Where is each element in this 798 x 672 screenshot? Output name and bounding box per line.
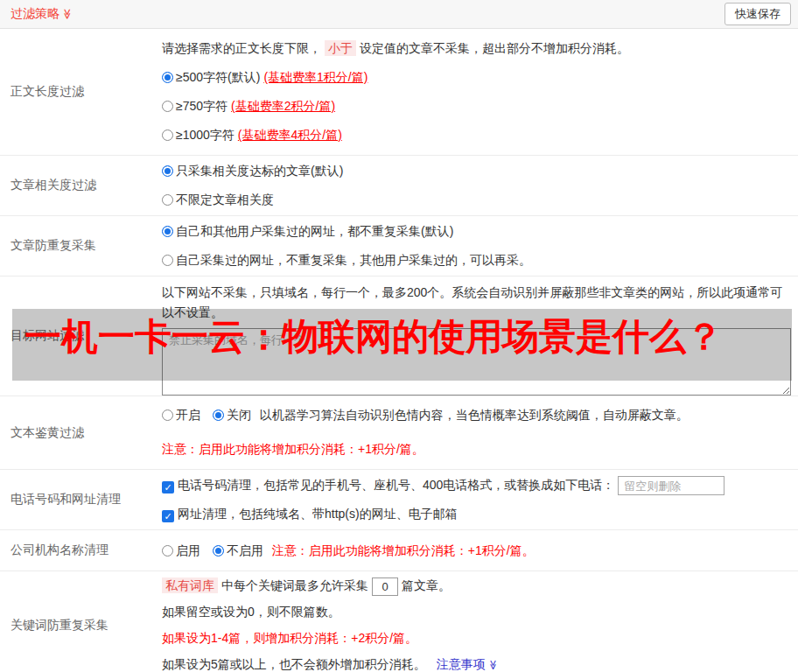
porn-filter-options: 开启 关闭 以机器学习算法自动识别色情内容，当色情概率达到系统阈值，自动屏蔽文章… <box>162 401 791 430</box>
company-clean-note: 注意：启用此功能将增加积分消耗：+1积分/篇。 <box>272 543 535 557</box>
row-body-length-filter: 正文长度过滤 请选择需求的正文长度下限，小于设定值的文章不采集，超出部分不增加积… <box>0 29 798 156</box>
option-porn-off[interactable]: 关闭 <box>213 408 251 422</box>
radio-dedup-self-only[interactable] <box>162 255 173 266</box>
row-dedup-filter: 文章防重复采集 自己和其他用户采集过的网址，都不重复采集(默认) 自己采集过的网… <box>0 216 798 276</box>
option-min-500[interactable]: ≥500字符(默认)(基础费率1积分/篇) <box>162 63 791 92</box>
row-porn-filter: 文本鉴黄过滤 开启 关闭 以机器学习算法自动识别色情内容，当色情概率达到系统阈值… <box>0 396 798 470</box>
radio-min-500[interactable] <box>162 72 173 83</box>
quick-save-button[interactable]: 快速保存 <box>724 3 791 25</box>
dedup-label: 文章防重复采集 <box>0 216 162 276</box>
radio-relevance-any[interactable] <box>162 194 173 206</box>
option-min-1000[interactable]: ≥1000字符(基础费率4积分/篇) <box>162 121 791 150</box>
radio-dedup-all-users[interactable] <box>162 226 173 237</box>
radio-porn-on[interactable] <box>162 410 173 421</box>
option-company-on[interactable]: 启用 <box>162 543 200 557</box>
row-keyword-dedup: 关键词防重复采集 私有词库中每个关键词最多允许采集篇文章。 如果留空或设为0，则… <box>0 571 798 672</box>
radio-min-1000[interactable] <box>162 130 173 141</box>
option-relevance-match[interactable]: 只采集相关度达标的文章(默认) <box>162 157 791 186</box>
keyword-dedup-label: 关键词防重复采集 <box>0 571 162 672</box>
row-company-clean: 公司机构名称清理 启用 不启用 注意：启用此功能将增加积分消耗：+1积分/篇。 <box>0 530 798 571</box>
relevance-label: 文章相关度过滤 <box>0 156 162 215</box>
target-site-label: 目标网站过滤 <box>0 276 162 396</box>
radio-company-off[interactable] <box>213 545 224 556</box>
option-relevance-any[interactable]: 不限定文章相关度 <box>162 186 791 214</box>
radio-company-on[interactable] <box>162 545 173 556</box>
filter-strategy-title[interactable]: 过滤策略≫ <box>10 6 74 22</box>
body-length-label: 正文长度过滤 <box>0 29 162 155</box>
keyword-limit-line: 私有词库中每个关键词最多允许采集篇文章。 <box>162 572 791 598</box>
option-phone-clean[interactable]: ✓电话号码清理，包括常见的手机号、座机号、400电话格式，或替换成如下电话： <box>162 471 791 500</box>
option-company-off[interactable]: 不启用 <box>213 543 263 557</box>
company-clean-options: 启用 不启用 注意：启用此功能将增加积分消耗：+1积分/篇。 <box>162 536 791 565</box>
fee-note-1000: (基础费率4积分/篇) <box>238 128 342 142</box>
keyword-note-zero: 如果留空或设为0，则不限篇数。 <box>162 598 791 625</box>
fee-note-750: (基础费率2积分/篇) <box>231 99 335 113</box>
option-url-clean[interactable]: ✓网址清理，包括纯域名、带http(s)的网址、电子邮箱 <box>162 500 791 528</box>
checkbox-url-clean[interactable]: ✓ <box>162 510 174 522</box>
fee-note-500: (基础费率1积分/篇) <box>263 70 368 84</box>
filter-strategy-label: 过滤策略 <box>10 6 60 20</box>
keyword-limit-input[interactable] <box>372 578 398 596</box>
company-clean-label: 公司机构名称清理 <box>0 530 162 570</box>
option-min-750[interactable]: ≥750字符(基础费率2积分/篇) <box>162 92 791 121</box>
keyword-note-fee: 如果设为1-4篇，则增加积分消耗：+2积分/篇。 <box>162 625 791 651</box>
less-than-highlight: 小于 <box>325 40 356 56</box>
body-length-hint: 请选择需求的正文长度下限，小于设定值的文章不采集，超出部分不增加积分消耗。 <box>162 34 791 63</box>
blocked-domains-textarea[interactable] <box>162 328 791 396</box>
header-bar: 过滤策略≫ 快速保存 <box>0 0 798 29</box>
phone-replacement-input[interactable] <box>618 476 724 495</box>
double-chevron-down-icon: ≫ <box>61 9 74 20</box>
checkbox-phone-clean[interactable]: ✓ <box>162 481 174 494</box>
porn-filter-note: 注意：启用此功能将增加积分消耗：+1积分/篇。 <box>162 435 791 464</box>
notice-link[interactable]: 注意事项≫ <box>437 657 499 671</box>
row-phone-url-clean: 电话号码和网址清理 ✓电话号码清理，包括常见的手机号、座机号、400电话格式，或… <box>0 470 798 530</box>
row-target-site-filter: 目标网站过滤 以下网站不采集，只填域名，每行一个，最多200个。系统会自动识别并… <box>0 276 798 396</box>
radio-porn-off[interactable] <box>213 410 224 421</box>
keyword-note-five: 如果设为5篇或以上，也不会额外增加积分消耗。 注意事项≫ <box>162 651 791 672</box>
option-dedup-all-users[interactable]: 自己和其他用户采集过的网址，都不重复采集(默认) <box>162 217 791 246</box>
porn-filter-label: 文本鉴黄过滤 <box>0 396 162 469</box>
option-porn-on[interactable]: 开启 <box>162 408 200 422</box>
radio-relevance-match[interactable] <box>162 165 173 177</box>
notice-chevron-down-icon: ≫ <box>480 660 506 670</box>
porn-filter-desc: 以机器学习算法自动识别色情内容，当色情概率达到系统阈值，自动屏蔽文章。 <box>260 408 689 422</box>
target-site-help: 以下网站不采集，只填域名，每行一个，最多200个。系统会自动识别并屏蔽那些非文章… <box>162 276 791 323</box>
row-relevance-filter: 文章相关度过滤 只采集相关度达标的文章(默认) 不限定文章相关度 <box>0 156 798 216</box>
option-dedup-self-only[interactable]: 自己采集过的网址，不重复采集，其他用户采集过的，可以再采。 <box>162 246 791 275</box>
private-lexicon-link[interactable]: 私有词库 <box>162 578 218 593</box>
radio-min-750[interactable] <box>162 101 173 112</box>
phone-url-label: 电话号码和网址清理 <box>0 470 162 529</box>
